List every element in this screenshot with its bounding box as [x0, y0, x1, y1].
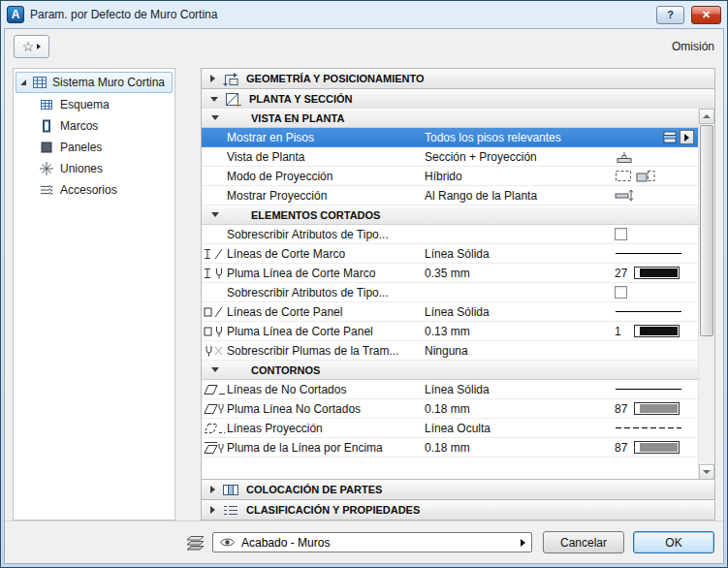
row-label: Mostrar Proyección	[227, 189, 425, 203]
row-value: Ninguna	[425, 344, 615, 358]
pen-color-preview[interactable]	[634, 325, 680, 337]
sidebar-item-paneles[interactable]: Paneles	[14, 137, 174, 158]
linetype-preview[interactable]	[615, 386, 682, 393]
uncut-line-icon	[203, 383, 226, 396]
row-value: Al Rango de la Planta	[425, 189, 615, 203]
group-header-contornos[interactable]: CONTORNOS	[202, 361, 698, 380]
sidebar-item-esquema[interactable]: Esquema	[14, 94, 174, 115]
section-title: COLOCACIÓN DE PARTES	[246, 484, 382, 495]
row-label: Sobrescribir Atributos de Tipo...	[227, 286, 425, 300]
pen-color-preview[interactable]	[634, 267, 680, 279]
help-button[interactable]: ?	[656, 6, 684, 24]
row-value: Sección + Proyección	[425, 150, 615, 164]
archicad-app-icon: A	[7, 6, 24, 23]
above-line-pen-icon	[203, 441, 226, 455]
plan-section-icon	[225, 92, 242, 107]
curtain-wall-system-icon	[32, 75, 47, 90]
section-clasificacion-y-propiedades[interactable]: CLASIFICACIÓN Y PROPIEDADES	[201, 499, 715, 521]
favorites-button[interactable]: ☆	[14, 35, 49, 58]
scroll-up-icon	[703, 114, 711, 118]
ok-button[interactable]: OK	[633, 531, 714, 553]
group-header-elementos-cortados[interactable]: ELEMENTOS CORTADOS	[202, 205, 698, 225]
param-row-sobrescribir-plumas-de-la-tram[interactable]: Sobrescribir Plumas de la Tram...Ninguna	[202, 341, 698, 361]
section-colocacion-de-partes[interactable]: COLOCACIÓN DE PARTES	[201, 479, 715, 500]
sidebar-item-sistema-muro-cortina[interactable]: Sistema Muro Cortina	[16, 72, 173, 93]
param-row-vista-de-planta[interactable]: Vista de PlantaSección + Proyección	[202, 147, 698, 167]
panel-icon	[39, 140, 54, 155]
panel-cut-line-icon	[203, 305, 226, 319]
flyout-arrow-icon	[684, 134, 689, 142]
scrollbar[interactable]	[698, 109, 714, 480]
linetype-preview[interactable]	[615, 425, 682, 431]
section-title: GEOMETRÍA Y POSICIONAMIENTO	[246, 73, 425, 84]
override-checkbox[interactable]	[615, 286, 627, 299]
override-checkbox[interactable]	[615, 228, 627, 240]
param-row-lineas-de-corte-panel[interactable]: Líneas de Corte PanelLínea Sólida	[202, 302, 698, 322]
section-planta-y-seccion[interactable]: PLANTA Y SECCIÓN	[201, 88, 715, 110]
cancel-button[interactable]: Cancelar	[543, 531, 624, 553]
sidebar-item-label: Accesorios	[60, 183, 117, 197]
collapse-arrow-icon	[211, 115, 219, 120]
close-button[interactable]: ✕	[691, 6, 721, 24]
frame-icon	[39, 118, 54, 134]
row-label: Mostrar en Pisos	[227, 131, 425, 144]
sidebar-item-uniones[interactable]: Uniones	[14, 158, 174, 179]
floor-range-icon	[615, 189, 634, 202]
scroll-track[interactable]	[699, 124, 714, 464]
param-row-mostrar-proyeccion[interactable]: Mostrar ProyecciónAl Rango de la Planta	[202, 186, 698, 205]
row-label: Pluma de la Línea por Encima	[227, 441, 425, 455]
geometry-icon	[222, 72, 239, 86]
scheme-grid-icon	[39, 97, 54, 112]
star-icon: ☆	[22, 40, 35, 53]
plan-rows: VISTA EN PLANTAMostrar en PisosTodos los…	[202, 109, 698, 480]
tree-expander-icon[interactable]	[20, 79, 26, 85]
row-value: 0.18 mm	[425, 441, 615, 455]
param-row-pluma-linea-no-cortados[interactable]: Pluma Línea No Cortados0.18 mm87	[202, 399, 698, 419]
expand-arrow-icon	[210, 486, 215, 493]
classification-icon	[222, 503, 239, 518]
row-value: Línea Sólida	[425, 247, 615, 261]
param-row-pluma-de-la-linea-por-encima[interactable]: Pluma de la Línea por Encima0.18 mm87	[202, 438, 698, 458]
param-row-lineas-proyeccion[interactable]: Líneas ProyecciónLínea Oculta	[202, 419, 698, 438]
row-label: Líneas de Corte Marco	[227, 247, 425, 261]
scroll-down-icon	[703, 470, 711, 474]
titlebar[interactable]: A Param. por Defecto de Muro Cortina ? ✕	[4, 1, 724, 28]
param-row-sobrescribir-atributos-de-tipo[interactable]: Sobrescribir Atributos de Tipo...	[202, 225, 698, 244]
row-value: Línea Oculta	[425, 422, 615, 435]
param-row-sobrescribir-atributos-de-tipo[interactable]: Sobrescribir Atributos de Tipo...	[202, 283, 698, 302]
combo-arrow-icon	[521, 539, 525, 547]
row-label: Sobrescribir Plumas de la Tram...	[227, 344, 425, 358]
surface-combo[interactable]: Acabado - Muros	[212, 532, 532, 552]
row-label: Pluma Línea de Corte Panel	[227, 325, 425, 338]
pen-color-preview[interactable]	[634, 402, 680, 415]
param-row-lineas-de-corte-marco[interactable]: Líneas de Corte MarcoLínea Sólida	[202, 244, 698, 264]
section-geometria-y-posicionamiento[interactable]: GEOMETRÍA Y POSICIONAMIENTO	[201, 68, 715, 89]
frame-cut-pen-icon	[203, 267, 226, 280]
junction-icon	[39, 161, 54, 176]
linetype-preview[interactable]	[615, 308, 682, 315]
collapse-arrow-icon	[211, 212, 219, 217]
group-title: CONTORNOS	[251, 364, 320, 376]
param-row-lineas-de-no-cortados[interactable]: Líneas de No CortadosLínea Sólida	[202, 380, 698, 399]
pen-number: 87	[615, 441, 630, 455]
uncut-pen-icon	[203, 402, 226, 416]
linetype-preview[interactable]	[615, 250, 682, 257]
param-row-modo-de-proyeccion[interactable]: Modo de ProyecciónHíbrido	[202, 167, 698, 186]
sidebar-item-accesorios[interactable]: Accesorios	[14, 179, 174, 201]
param-row-pluma-linea-de-corte-panel[interactable]: Pluma Línea de Corte Panel0.13 mm1	[202, 322, 698, 341]
collapse-arrow-icon	[211, 367, 219, 372]
flyout-arrow-icon	[37, 44, 41, 49]
scroll-up-button[interactable]	[699, 109, 714, 124]
sidebar-item-marcos[interactable]: Marcos	[14, 115, 174, 137]
dialog-buttons: Cancelar OK	[543, 531, 714, 553]
omission-label: Omisión	[672, 40, 714, 53]
flyout-arrow-button[interactable]	[680, 130, 694, 144]
scroll-down-button[interactable]	[699, 464, 714, 480]
tree-children: EsquemaMarcosPanelesUnionesAccesorios	[14, 94, 174, 201]
param-row-pluma-linea-de-corte-marco[interactable]: Pluma Línea de Corte Marco0.35 mm27	[202, 264, 698, 283]
pen-color-preview[interactable]	[634, 441, 680, 454]
param-row-mostrar-en-pisos[interactable]: Mostrar en PisosTodos los pisos relevant…	[202, 128, 698, 147]
scroll-thumb[interactable]	[700, 125, 713, 336]
pen-number: 27	[615, 267, 630, 280]
group-header-vista-en-planta[interactable]: VISTA EN PLANTA	[202, 109, 698, 128]
